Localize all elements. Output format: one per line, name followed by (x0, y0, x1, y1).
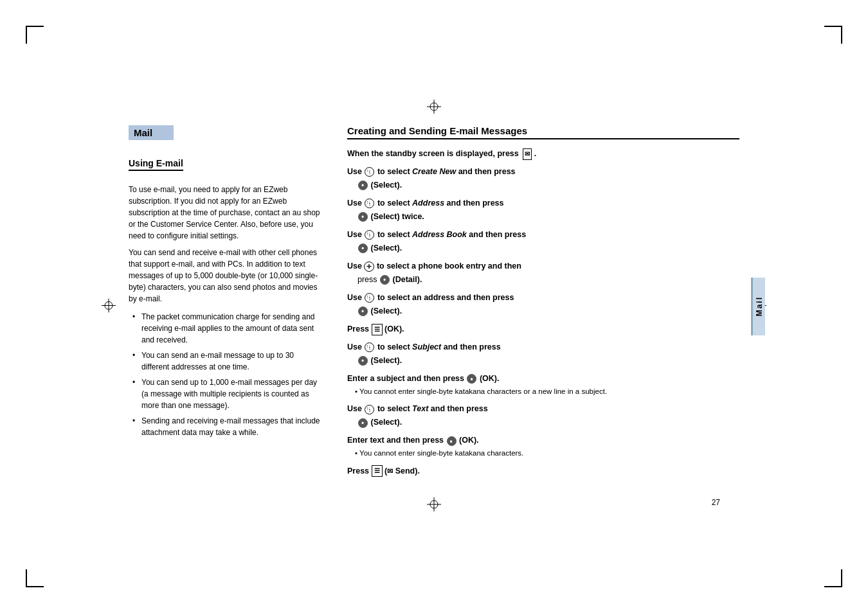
left-column: Mail Using E-mail To use e-mail, you nee… (129, 125, 321, 484)
using-email-title: Using E-mail (129, 158, 183, 171)
nav-icon-s5: ↕ (365, 293, 374, 303)
menu-icon-s11: ☰ (372, 465, 383, 477)
mail-section-header: Mail (129, 125, 174, 140)
content-area: Mail Using E-mail To use e-mail, you nee… (129, 125, 739, 484)
intro-paragraph-1: To use e-mail, you need to apply for an … (129, 184, 321, 242)
mail-icon: ✉ (523, 148, 532, 160)
bullet-2: You can send an e-mail message to up to … (132, 350, 321, 373)
corner-mark-bl (26, 569, 44, 587)
note-s8: • You cannot enter single-byte katakana … (355, 386, 739, 397)
step-7: Use ↕ to select Subject and then press (… (347, 341, 739, 367)
ok-icon-s7 (358, 356, 368, 366)
bullet-1: The packet communication charge for send… (132, 311, 321, 346)
corner-mark-tr (824, 26, 842, 44)
ok-icon-s9 (358, 418, 368, 428)
step-8: Enter a subject and then press (OK). • Y… (347, 372, 739, 397)
nav-icon-s2: ↕ (365, 199, 374, 208)
menu-icon-s6: ☰ (372, 324, 383, 335)
bullet-4: Sending and receiving e-mail messages th… (132, 415, 321, 438)
nav-icon-s7: ↕ (365, 342, 374, 352)
ok-icon-s8 (467, 374, 476, 384)
step-11: Press ☰ (✉ Send). (347, 465, 739, 477)
step-1: Use ↕ to select Create New and then pres… (347, 165, 739, 191)
ok-icon-s3 (358, 244, 368, 253)
bullet-3: You can send up to 1,000 e-mail messages… (132, 377, 321, 411)
ok-icon-s1 (358, 181, 368, 190)
ok-icon-s5 (358, 306, 368, 316)
crosshair-left (102, 299, 116, 315)
crosshair-bottom (427, 497, 441, 513)
intro-step: When the standby screen is displayed, pr… (347, 147, 739, 160)
intro-paragraph-2: You can send and receive e-mail with oth… (129, 247, 321, 305)
page: Mail Using E-mail To use e-mail, you nee… (0, 0, 868, 613)
send-icon: ✉ (387, 467, 393, 475)
step-6: Press ☰ (OK). (347, 323, 739, 335)
ok-icon-s10 (447, 436, 457, 446)
step-5: Use ↕ to select an address and then pres… (347, 291, 739, 317)
step-4: Use ✛ to select a phone book entry and t… (347, 260, 739, 286)
step-9: Use ↕ to select Text and then press (Sel… (347, 402, 739, 429)
ok-icon-s2 (358, 212, 368, 222)
bullet-list: The packet communication charge for send… (132, 311, 321, 438)
nav-icon-s3: ↕ (365, 230, 374, 240)
step-2: Use ↕ to select Address and then press (… (347, 197, 739, 223)
page-number: 27 (712, 498, 720, 507)
intro-text: When the standby screen is displayed, pr… (347, 149, 536, 158)
ok-icon-s4 (380, 275, 390, 285)
step-3: Use ↕ to select Address Book and then pr… (347, 228, 739, 254)
nav-cross-icon-s4: ✛ (364, 262, 374, 272)
nav-icon-s9: ↕ (365, 405, 374, 414)
note-s10: • You cannot enter single-byte katakana … (355, 447, 739, 459)
nav-icon-s1: ↕ (365, 167, 374, 177)
step-10: Enter text and then press (OK). • You ca… (347, 434, 739, 459)
corner-mark-br (824, 569, 842, 587)
crosshair-top (427, 100, 441, 116)
corner-mark-tl (26, 26, 44, 44)
side-tab: Mail (751, 278, 765, 335)
right-column: Creating and Sending E-mail Messages Whe… (347, 125, 739, 484)
creating-section-header: Creating and Sending E-mail Messages (347, 125, 739, 139)
